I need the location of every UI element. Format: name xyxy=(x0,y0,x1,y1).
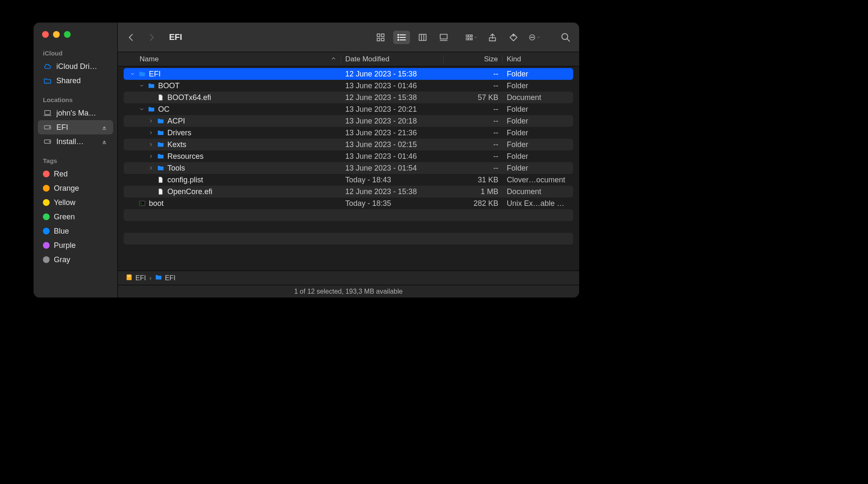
file-row[interactable]: Tools13 June 2023 - 01:54--Folder xyxy=(124,162,573,174)
sidebar-item-label: Shared xyxy=(56,76,108,85)
folder-icon xyxy=(156,117,165,125)
back-button[interactable] xyxy=(125,32,137,43)
file-row[interactable]: BOOTx64.efi12 June 2023 - 15:3857 KBDocu… xyxy=(124,92,573,103)
sidebar-section: iCloudiCloud Dri…Shared xyxy=(34,46,117,93)
svg-rect-7 xyxy=(103,143,106,144)
disk-icon xyxy=(43,123,52,132)
gallery-view-button[interactable] xyxy=(435,31,452,44)
tag-dot-icon xyxy=(43,256,50,263)
close-window-button[interactable] xyxy=(42,31,49,38)
file-kind-cell: Folder xyxy=(503,152,573,161)
sidebar-item-label: Orange xyxy=(54,184,108,193)
search-button[interactable] xyxy=(560,32,572,43)
file-row[interactable]: ACPI13 June 2023 - 20:18--Folder xyxy=(124,115,573,127)
file-row[interactable]: Kexts13 June 2023 - 02:15--Folder xyxy=(124,139,573,150)
sidebar-item[interactable]: Gray xyxy=(38,253,113,267)
column-header-kind[interactable]: Kind xyxy=(503,55,573,63)
svg-point-32 xyxy=(531,37,531,37)
file-name-cell: EFI xyxy=(124,70,341,79)
file-row[interactable]: BOOT13 June 2023 - 01:46--Folder xyxy=(124,80,573,92)
sidebar-item-label: Blue xyxy=(54,227,108,236)
sidebar-item[interactable]: Yellow xyxy=(38,195,113,210)
file-name-label: EFI xyxy=(149,70,161,79)
column-header-name[interactable]: Name xyxy=(118,55,341,63)
sidebar-heading: iCloud xyxy=(38,48,113,59)
tag-dot-icon xyxy=(43,242,50,249)
sidebar-item[interactable]: Install… xyxy=(38,134,113,149)
file-row[interactable]: EFI12 June 2023 - 15:38--Folder xyxy=(124,68,573,80)
sidebar-item-label: Green xyxy=(54,213,108,221)
svg-point-33 xyxy=(532,37,532,37)
file-name-cell: Drivers xyxy=(124,129,341,137)
file-row[interactable]: Drivers13 June 2023 - 21:36--Folder xyxy=(124,127,573,139)
sidebar-item[interactable]: Shared xyxy=(38,74,113,88)
sidebar-item[interactable]: Red xyxy=(38,167,113,181)
svg-point-3 xyxy=(49,127,50,128)
disclosure-triangle-icon[interactable] xyxy=(139,106,145,112)
tag-button[interactable] xyxy=(508,32,519,43)
breadcrumb-item[interactable]: EFI xyxy=(155,274,175,283)
share-button[interactable] xyxy=(487,32,498,43)
more-actions-button[interactable] xyxy=(529,32,540,43)
list-view-button[interactable] xyxy=(393,31,410,44)
view-mode-switch xyxy=(372,31,452,44)
sidebar-item[interactable]: Green xyxy=(38,210,113,224)
svg-text:>_: >_ xyxy=(140,202,143,205)
finder-window: iCloudiCloud Dri…SharedLocationsjohn's M… xyxy=(34,23,579,297)
fullscreen-window-button[interactable] xyxy=(64,31,71,38)
disclosure-triangle-icon[interactable] xyxy=(148,142,154,147)
file-kind-cell: Document xyxy=(503,93,573,102)
file-size-cell: 57 KB xyxy=(444,93,503,102)
file-name-cell: Resources xyxy=(124,152,341,161)
file-row[interactable]: OpenCore.efi12 June 2023 - 15:381 MBDocu… xyxy=(124,186,573,197)
group-by-button[interactable] xyxy=(466,32,477,43)
file-list[interactable]: EFI12 June 2023 - 15:38--FolderBOOT13 Ju… xyxy=(118,66,579,271)
file-size-cell: 31 KB xyxy=(444,176,503,184)
disclosure-triangle-icon[interactable] xyxy=(148,165,154,171)
sidebar: iCloudiCloud Dri…SharedLocationsjohn's M… xyxy=(34,23,118,297)
laptop-icon xyxy=(43,108,52,118)
svg-point-17 xyxy=(398,39,399,40)
file-size-cell: -- xyxy=(444,164,503,173)
file-name-label: ACPI xyxy=(167,117,185,126)
sidebar-item[interactable]: Blue xyxy=(38,224,113,238)
sidebar-item[interactable]: EFI xyxy=(38,120,113,134)
file-kind-cell: Folder xyxy=(503,164,573,173)
sidebar-section: TagsRedOrangeYellowGreenBluePurpleGray xyxy=(34,154,117,272)
column-header-date[interactable]: Date Modified xyxy=(341,55,444,63)
disclosure-triangle-icon[interactable] xyxy=(148,130,154,136)
column-header-size[interactable]: Size xyxy=(444,55,503,63)
disclosure-triangle-icon[interactable] xyxy=(139,83,145,89)
disclosure-triangle-icon[interactable] xyxy=(148,153,154,159)
svg-rect-26 xyxy=(466,38,468,39)
file-name-label: Resources xyxy=(167,152,204,161)
folder-icon xyxy=(147,105,156,113)
file-row[interactable]: Resources13 June 2023 - 01:46--Folder xyxy=(124,150,573,162)
icon-view-button[interactable] xyxy=(372,31,389,44)
eject-icon[interactable] xyxy=(101,124,108,131)
forward-button[interactable] xyxy=(146,32,157,43)
sidebar-item[interactable]: Purple xyxy=(38,238,113,253)
sidebar-item[interactable]: Orange xyxy=(38,181,113,195)
file-row[interactable]: OC13 June 2023 - 20:21--Folder xyxy=(124,103,573,115)
sidebar-item[interactable]: john's Ma… xyxy=(38,106,113,120)
file-name-cell: OpenCore.efi xyxy=(124,187,341,196)
breadcrumb-item[interactable]: EFI xyxy=(125,274,146,283)
svg-point-6 xyxy=(49,141,50,142)
file-row[interactable]: config.plistToday - 18:4331 KBClover…ocu… xyxy=(124,174,573,186)
sidebar-item[interactable]: iCloud Dri… xyxy=(38,59,113,74)
disclosure-triangle-icon[interactable] xyxy=(148,118,154,124)
sidebar-item-label: john's Ma… xyxy=(56,109,108,118)
file-icon xyxy=(156,93,165,102)
column-header-date-label: Date Modified xyxy=(345,55,389,63)
file-row[interactable]: >_bootToday - 18:35282 KBUnix Ex…able Fi… xyxy=(124,197,573,209)
sidebar-item-label: iCloud Dri… xyxy=(56,62,108,71)
minimize-window-button[interactable] xyxy=(53,31,60,38)
file-size-cell: -- xyxy=(444,70,503,79)
disclosure-triangle-icon[interactable] xyxy=(130,71,135,77)
file-date-cell: 12 June 2023 - 15:38 xyxy=(341,93,444,102)
eject-icon[interactable] xyxy=(101,138,108,145)
file-date-cell: 13 June 2023 - 20:21 xyxy=(341,105,444,114)
status-bar: 1 of 12 selected, 193,3 MB available xyxy=(118,285,579,297)
column-view-button[interactable] xyxy=(414,31,431,44)
